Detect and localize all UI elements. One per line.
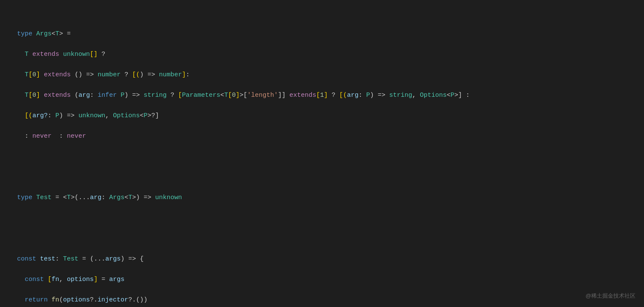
empty-line-1: [17, 162, 627, 172]
line-10: const test: Test = (...args) => {: [17, 254, 627, 264]
line-6: : never : never: [17, 131, 627, 142]
code-editor: type Args<T> = T extends unknown[] ? T[0…: [17, 9, 627, 307]
line-8: type Test = <T>(...arg: Args<T>) => unkn…: [17, 193, 627, 203]
line-4: T[0] extends (arg: infer P) => string ? …: [17, 90, 627, 101]
line-12: return fn(options?.injector?.()): [17, 295, 627, 305]
line-3: T[0] extends () => number ? [() => numbe…: [17, 70, 627, 80]
line-5: [(arg?: P) => unknown, Options<P>?]: [17, 111, 627, 121]
line-1: type Args<T> =: [17, 29, 627, 39]
line-2: T extends unknown[] ?: [17, 49, 627, 60]
line-11: const [fn, options] = args: [17, 275, 627, 285]
empty-line-2: [17, 223, 627, 234]
watermark: @稀土掘金技术社区: [586, 292, 635, 301]
